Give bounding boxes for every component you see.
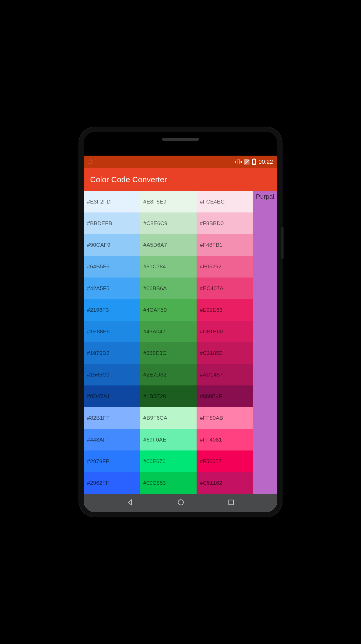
- color-swatch[interactable]: #00E676: [140, 450, 197, 472]
- color-swatch[interactable]: #2979FF: [84, 450, 140, 472]
- color-swatch[interactable]: #F06292: [197, 256, 253, 277]
- color-swatch[interactable]: #B9F6CA: [140, 407, 197, 429]
- color-swatch[interactable]: #F48FB1: [197, 234, 253, 256]
- color-swatch[interactable]: #2196F3: [84, 299, 140, 321]
- side-column-purple[interactable]: Purpal: [253, 191, 277, 494]
- phone-speaker: [162, 138, 199, 141]
- navigation-bar: [84, 494, 277, 512]
- app-bar: Color Code Converter: [84, 168, 277, 191]
- svg-rect-0: [237, 160, 240, 164]
- color-swatch[interactable]: #66BB6A: [140, 278, 197, 299]
- phone-power-button: [281, 227, 284, 259]
- color-swatch[interactable]: #43A047: [140, 321, 197, 342]
- spinner-icon: [88, 160, 93, 164]
- color-swatch[interactable]: #880E4F: [197, 385, 253, 407]
- color-swatch[interactable]: #AD1457: [197, 364, 253, 385]
- color-swatch[interactable]: #EC407A: [197, 278, 253, 299]
- content-area[interactable]: #E3F2FD#E8F5E9#FCE4EC#BBDEFB#C8E6C9#F8BB…: [84, 191, 277, 494]
- color-swatch[interactable]: #1976D2: [84, 342, 140, 364]
- color-swatch[interactable]: #E3F2FD: [84, 191, 140, 212]
- color-swatch[interactable]: #E91E63: [197, 299, 253, 321]
- color-swatch[interactable]: #1B5E20: [140, 385, 197, 407]
- color-swatch[interactable]: #D81B60: [197, 321, 253, 342]
- battery-charging-icon: [252, 159, 256, 165]
- app-title: Color Code Converter: [90, 175, 167, 184]
- svg-point-5: [178, 500, 183, 505]
- color-swatch[interactable]: #E8F5E9: [140, 191, 197, 212]
- color-swatch[interactable]: #448AFF: [84, 429, 140, 450]
- color-swatch[interactable]: #A5D6A7: [140, 234, 197, 256]
- color-swatch[interactable]: #1565C0: [84, 364, 140, 385]
- vibrate-icon: [235, 159, 242, 165]
- back-button[interactable]: [126, 499, 134, 507]
- color-swatch[interactable]: #C51162: [197, 472, 253, 494]
- color-swatch[interactable]: #82B1FF: [84, 407, 140, 429]
- screen: 00:22 Color Code Converter #E3F2FD#E8F5E…: [84, 156, 277, 512]
- color-swatch[interactable]: #00C853: [140, 472, 197, 494]
- color-swatch[interactable]: #F50057: [197, 450, 253, 472]
- color-swatch[interactable]: #FCE4EC: [197, 191, 253, 212]
- no-sim-icon: [244, 159, 250, 165]
- color-swatch[interactable]: #FF80AB: [197, 407, 253, 429]
- color-swatch[interactable]: #1E88E5: [84, 321, 140, 342]
- color-swatch[interactable]: #81C784: [140, 256, 197, 277]
- color-swatch[interactable]: #388E3C: [140, 342, 197, 364]
- color-swatch[interactable]: #90CAF9: [84, 234, 140, 256]
- home-button[interactable]: [177, 499, 184, 507]
- recents-button[interactable]: [228, 499, 235, 507]
- status-bar: 00:22: [84, 156, 277, 168]
- color-swatch[interactable]: #BBDEFB: [84, 212, 140, 234]
- phone-frame: 00:22 Color Code Converter #E3F2FD#E8F5E…: [79, 127, 282, 517]
- svg-rect-6: [229, 500, 233, 505]
- color-swatch[interactable]: #C8E6C9: [140, 212, 197, 234]
- color-swatch[interactable]: #C2185B: [197, 342, 253, 364]
- color-swatch[interactable]: #42A5F5: [84, 278, 140, 299]
- color-swatch[interactable]: #69F0AE: [140, 429, 197, 450]
- color-swatch[interactable]: #0D47A1: [84, 385, 140, 407]
- color-swatch[interactable]: #FF4081: [197, 429, 253, 450]
- color-grid: #E3F2FD#E8F5E9#FCE4EC#BBDEFB#C8E6C9#F8BB…: [84, 191, 253, 494]
- color-swatch[interactable]: #2962FF: [84, 472, 140, 494]
- color-swatch[interactable]: #4CAF50: [140, 299, 197, 321]
- color-swatch[interactable]: #2E7D32: [140, 364, 197, 385]
- color-swatch[interactable]: #64B5F6: [84, 256, 140, 277]
- color-swatch[interactable]: #F8BBD0: [197, 212, 253, 234]
- phone-inner: 00:22 Color Code Converter #E3F2FD#E8F5E…: [84, 132, 277, 512]
- side-column-label: Purpal: [256, 193, 274, 200]
- status-time: 00:22: [258, 158, 273, 165]
